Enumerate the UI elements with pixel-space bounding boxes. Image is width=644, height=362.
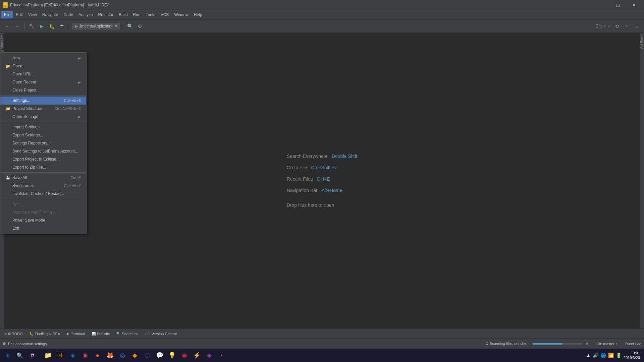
event-log-button[interactable]: Event Log xyxy=(625,342,641,346)
menu-item-refactor[interactable]: Refactor xyxy=(96,11,116,18)
menu-item-window[interactable]: Window xyxy=(171,11,191,18)
build-button[interactable]: 🔨 xyxy=(27,22,36,31)
maximize-button[interactable]: □ xyxy=(610,0,626,10)
settings-toolbar-button[interactable]: ⚙ xyxy=(136,22,145,31)
menu-separator xyxy=(0,95,86,96)
menu-item-vcs[interactable]: VCS xyxy=(158,11,172,18)
tab-statistic[interactable]: 📊Statistic xyxy=(88,330,113,337)
menu-file-other_settings[interactable]: Other Settings ▶ xyxy=(0,113,86,121)
taskbar-start[interactable]: ⊞ xyxy=(1,349,13,361)
taskbar-app-idea-main[interactable]: 💡 xyxy=(166,349,178,361)
menu-item-run[interactable]: Run xyxy=(130,11,143,18)
menu-file-settings_repo[interactable]: Settings Repository... xyxy=(0,139,86,147)
menu-file-close_project[interactable]: Close Project xyxy=(0,86,86,94)
recent-files-label: Recent Files xyxy=(287,176,313,182)
taskbar-app-app4[interactable]: ● xyxy=(92,349,104,361)
run-button[interactable]: ▶ xyxy=(37,22,46,31)
menu-item-view[interactable]: View xyxy=(25,11,40,18)
menu-file-invalidate_caches[interactable]: Invalidate Caches / Restart... xyxy=(0,190,86,198)
debug-button[interactable]: 🐛 xyxy=(47,22,56,31)
taskbar-separator xyxy=(40,351,40,359)
back-button[interactable]: ← xyxy=(3,22,11,31)
menu-item-analyze[interactable]: Analyze xyxy=(76,11,96,18)
menu-file-settings[interactable]: Settings... Ctrl+Alt+S xyxy=(0,97,86,105)
tab-statistic-label: Statistic xyxy=(97,332,110,336)
tray-icon-4[interactable]: 🔋 xyxy=(616,353,622,358)
menu-item-help[interactable]: Help xyxy=(191,11,205,18)
menu-file-import_settings[interactable]: Import Settings... xyxy=(0,123,86,131)
taskbar-app-chrome[interactable]: ◎ xyxy=(116,349,128,361)
ant-build-sidebar[interactable]: Ant Build xyxy=(639,34,644,50)
git-pull-button[interactable]: ↓ xyxy=(633,22,641,31)
taskbar-app-app3[interactable]: ◉ xyxy=(79,349,91,361)
progress-area: ⚙ Scanning files to index... ⏸ xyxy=(485,342,589,346)
menu-item-tools[interactable]: Tools xyxy=(143,11,158,18)
menu-file-open_recent[interactable]: Open Recent ▶ xyxy=(0,78,86,86)
menu-item-label-power_save: Power Save Mode xyxy=(12,218,45,223)
search-everywhere-button[interactable]: 🔍 xyxy=(126,22,135,31)
git-history-button[interactable]: ⟲ xyxy=(612,22,621,31)
menu-file-exit[interactable]: Exit xyxy=(0,224,86,232)
taskbar-app-app6[interactable]: ◆ xyxy=(129,349,141,361)
recent-files-hint: Recent Files Ctrl+E xyxy=(287,176,330,182)
menu-file-export_eclipse[interactable]: Export Project to Eclipse... xyxy=(0,155,86,163)
taskbar-clock[interactable]: 9:012019/3/23 xyxy=(624,351,640,360)
coverage-button[interactable]: ☂ xyxy=(57,22,66,31)
menu-shortcut-project_structure: Ctrl+Alt+Shift+S xyxy=(54,107,81,111)
menu-item-build[interactable]: Build xyxy=(116,11,130,18)
menu-file-synchronize[interactable]: Synchronize Ctrl+Alt+Y xyxy=(0,182,86,190)
taskbar-app-app9[interactable]: ◉ xyxy=(178,349,191,361)
taskbar-app-explorer[interactable]: 📁 xyxy=(42,349,54,361)
tab-todo-icon: ≡ xyxy=(5,332,7,336)
tab-sonarlint[interactable]: 🔍SonarLint xyxy=(113,330,141,337)
menu-item-edit[interactable]: Edit xyxy=(13,11,25,18)
git-check1-icon: ✓ xyxy=(603,24,606,28)
taskbar-app-cmd[interactable]: ▪ xyxy=(216,349,228,361)
taskbar-search[interactable]: 🔍 xyxy=(14,349,26,361)
taskbar-app-app11[interactable]: ◈ xyxy=(203,349,215,361)
sidebar-structure[interactable]: 2 Structure xyxy=(0,34,5,53)
close-button[interactable]: ✕ xyxy=(626,0,641,10)
run-config-dropdown[interactable]: ▶ JmccmsApplication ▾ xyxy=(72,23,120,29)
forward-button[interactable]: → xyxy=(13,22,21,31)
menu-file-export_zip[interactable]: Export to Zip File... xyxy=(0,163,86,171)
menu-file-power_save[interactable]: Power Save Mode xyxy=(0,216,86,224)
title-bar-left: 💡 EducationPlatform [E:\EducationPlatfor… xyxy=(3,2,110,8)
menu-file-project_structure[interactable]: 📁 Project Structure... Ctrl+Alt+Shift+S xyxy=(0,105,86,113)
menu-file-open_url[interactable]: Open URL... xyxy=(0,70,86,78)
taskbar-app-app7[interactable]: ⬡ xyxy=(141,349,153,361)
menu-file-export_settings[interactable]: Export Settings... xyxy=(0,131,86,139)
drop-files-hint: Drop files here to open xyxy=(287,202,334,208)
tray-icon-3[interactable]: 📶 xyxy=(608,353,614,358)
tab-terminal[interactable]: ▶Terminal xyxy=(63,330,88,337)
menu-item-file[interactable]: File xyxy=(1,11,13,18)
tray-icon-2[interactable]: 🌐 xyxy=(600,353,606,358)
git-push-button[interactable]: ↑ xyxy=(623,22,631,31)
taskbar-app-firefox[interactable]: 🦊 xyxy=(104,349,116,361)
menu-file-associate: Associate with File Type... xyxy=(0,208,86,216)
taskbar-app-wechat[interactable]: 💬 xyxy=(154,349,166,361)
taskbar-app-idea2[interactable]: H xyxy=(54,349,66,361)
menu-file-save_all[interactable]: 💾 Save All Ctrl+S xyxy=(0,174,86,182)
menu-file-open[interactable]: 📂 Open... xyxy=(0,62,86,70)
tab-version_control[interactable]: ↕9: Version Control xyxy=(141,330,180,337)
edit-app-settings-label[interactable]: Edit application settings xyxy=(8,342,47,346)
tray-icon-0[interactable]: ▲ xyxy=(586,353,591,358)
menu-separator xyxy=(0,172,86,173)
tab-todo[interactable]: ≡6: TODO xyxy=(1,330,26,337)
tab-findbugs-icon: 🐛 xyxy=(29,332,33,336)
tab-findbugs[interactable]: 🐛FindBugs-IDEA xyxy=(26,330,63,337)
menu-file-sync_settings[interactable]: Sync Settings to JetBrains Account... xyxy=(0,147,86,155)
minimize-button[interactable]: − xyxy=(595,0,610,10)
menu-item-code[interactable]: Code xyxy=(61,11,76,18)
run-config-name: JmccmsApplication xyxy=(79,24,114,28)
menu-arrow-open_recent: ▶ xyxy=(78,80,81,84)
pause-icon[interactable]: ⏸ xyxy=(585,342,589,346)
menu-item-label-associate: Associate with File Type... xyxy=(12,210,59,215)
taskbar-app-app10[interactable]: ⚡ xyxy=(191,349,203,361)
menu-item-navigate[interactable]: Navigate xyxy=(40,11,61,18)
tray-icon-1[interactable]: 🔊 xyxy=(593,353,598,358)
taskbar-task-view[interactable]: ⧉ xyxy=(26,349,38,361)
taskbar-app-vscode[interactable]: ◈ xyxy=(67,349,79,361)
menu-file-new[interactable]: New ▶ xyxy=(0,54,86,62)
